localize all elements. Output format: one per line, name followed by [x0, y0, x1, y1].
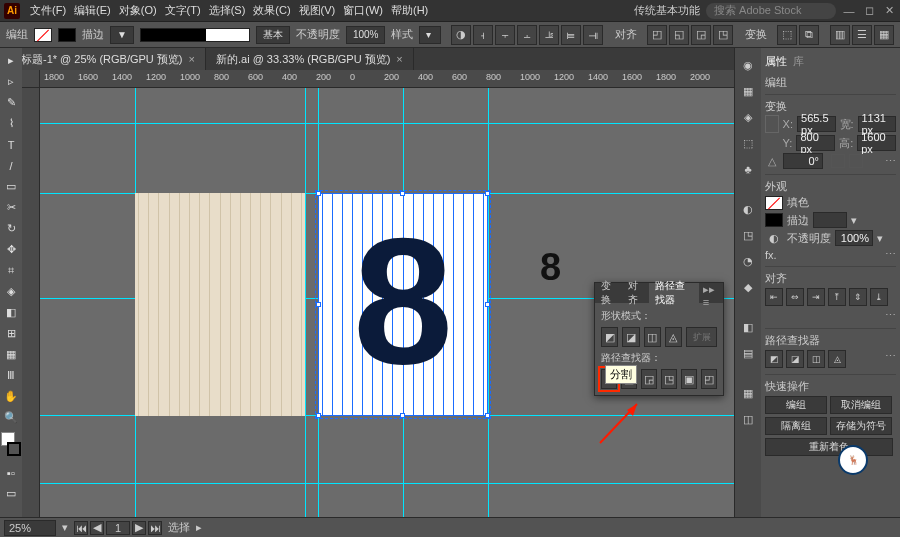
tab-align[interactable]: 对齐	[622, 283, 649, 303]
selection-handle[interactable]	[485, 413, 490, 418]
crop-icon[interactable]: ◳	[661, 369, 677, 389]
hand-tool[interactable]: ✋	[0, 386, 22, 407]
minimize-icon[interactable]: —	[842, 4, 856, 18]
flip-h-icon[interactable]	[831, 154, 845, 168]
guide-horizontal[interactable]	[40, 483, 734, 484]
fill-swatch[interactable]	[34, 28, 52, 42]
shape-builder-tool[interactable]: ◈	[0, 281, 22, 302]
artboards-panel-icon[interactable]: ▦	[739, 384, 757, 402]
x-input[interactable]: 565.5 px	[797, 116, 835, 132]
artboard-2-selected[interactable]: 8	[318, 193, 488, 416]
menu-view[interactable]: 视图(V)	[295, 3, 340, 18]
isolate-button[interactable]: 隔离组	[765, 417, 827, 435]
align-icon-5[interactable]: ⫢	[561, 25, 581, 45]
align-vcenter-icon[interactable]: ⇕	[849, 288, 867, 306]
artboard-1[interactable]	[135, 193, 305, 416]
unite-icon[interactable]: ◩	[601, 327, 618, 347]
menu-select[interactable]: 选择(S)	[205, 3, 250, 18]
stroke-panel-icon[interactable]: ◐	[739, 200, 757, 218]
first-artboard-icon[interactable]: ⏮	[74, 521, 88, 535]
h-input[interactable]: 1600 px	[857, 135, 896, 151]
guide-horizontal[interactable]	[40, 123, 734, 124]
align-icon-3[interactable]: ⫠	[517, 25, 537, 45]
swatches-panel-icon[interactable]: ▦	[739, 82, 757, 100]
document-tab-2[interactable]: 新的.ai @ 33.33% (RGB/GPU 预览) ×	[206, 48, 414, 70]
brushes-panel-icon[interactable]: ◈	[739, 108, 757, 126]
opacity-select[interactable]: 100%	[346, 26, 386, 44]
curvature-tool[interactable]: ⌇	[0, 113, 22, 134]
artwork-small-8[interactable]: 8	[540, 246, 561, 289]
close-tab-icon[interactable]: ×	[396, 53, 402, 65]
more-options-icon[interactable]: ⋯	[885, 155, 896, 168]
width-tool[interactable]: ⌗	[0, 260, 22, 281]
graphic-style-select[interactable]: ▾	[419, 26, 441, 44]
menu-file[interactable]: 文件(F)	[26, 3, 70, 18]
selection-handle[interactable]	[485, 302, 490, 307]
pathfinder-icon-1[interactable]: ◰	[647, 25, 667, 45]
screen-mode-icon[interactable]: ▭	[0, 483, 22, 504]
pathfinder-icon-3[interactable]: ◲	[691, 25, 711, 45]
mesh-tool[interactable]: ⊞	[0, 323, 22, 344]
angle-input[interactable]: 0°	[783, 153, 823, 169]
exclude-icon[interactable]: ◬	[665, 327, 682, 347]
line-tool[interactable]: /	[0, 155, 22, 176]
asset-export-panel-icon[interactable]: ▤	[739, 344, 757, 362]
panel-menu-icon[interactable]: ▸▸ ≡	[699, 283, 723, 303]
minus-front-icon[interactable]: ◪	[622, 327, 639, 347]
close-tab-icon[interactable]: ×	[189, 53, 195, 65]
color-mode-icon[interactable]: ▪▫	[0, 462, 22, 483]
column-graph-tool[interactable]: Ⅲ	[0, 365, 22, 386]
symbols2-panel-icon[interactable]: ♣	[739, 160, 757, 178]
isolate-icon[interactable]: ⬚	[777, 25, 797, 45]
merge-icon[interactable]: ◲	[641, 369, 657, 389]
zoom-dropdown-icon[interactable]: ▾	[62, 521, 68, 534]
brush-style-select[interactable]: 基本	[256, 26, 290, 44]
outline-icon[interactable]: ▣	[681, 369, 697, 389]
align-icon-2[interactable]: ⫟	[495, 25, 515, 45]
expand-button[interactable]: 扩展	[686, 327, 717, 347]
opacity-stepper-icon[interactable]: ▾	[877, 232, 883, 245]
more-options-icon[interactable]: ⋯	[885, 248, 896, 261]
selection-handle[interactable]	[400, 413, 405, 418]
prev-artboard-icon[interactable]: ◀	[90, 521, 104, 535]
transparency-panel-icon[interactable]: ◔	[739, 252, 757, 270]
pen-tool[interactable]: ✎	[0, 92, 22, 113]
more-options-icon[interactable]: ⋯	[885, 309, 896, 322]
more-options-icon[interactable]: ⋯	[885, 350, 896, 368]
search-input[interactable]: 搜索 Adobe Stock	[706, 3, 836, 19]
menu-edit[interactable]: 编辑(E)	[70, 3, 115, 18]
fill-swatch[interactable]	[765, 196, 783, 210]
align-icon-4[interactable]: ⫡	[539, 25, 559, 45]
w-input[interactable]: 1131 px	[858, 116, 896, 132]
opacity-input[interactable]: 100%	[835, 230, 873, 246]
ungroup-button[interactable]: 取消编组	[830, 396, 892, 414]
align-link-label[interactable]: 对齐	[615, 27, 637, 42]
intersect-icon[interactable]: ◫	[644, 327, 661, 347]
stroke-weight-stepper-icon[interactable]: ▾	[851, 214, 857, 227]
last-artboard-icon[interactable]: ⏭	[148, 521, 162, 535]
transform-link-label[interactable]: 变换	[745, 27, 767, 42]
workspace-switcher[interactable]: 传统基本功能	[634, 3, 700, 18]
document-tab-1[interactable]: 未标题-1* @ 25% (RGB/GPU 预览) ×	[0, 48, 206, 70]
flip-v-icon[interactable]	[849, 154, 863, 168]
align-top-icon[interactable]: ⤒	[828, 288, 846, 306]
pathfinder-icon-4[interactable]: ◳	[713, 25, 733, 45]
layers-panel-icon[interactable]: ◧	[739, 318, 757, 336]
scissors-tool[interactable]: ✂	[0, 197, 22, 218]
close-icon[interactable]: ✕	[882, 4, 896, 18]
gradient-panel-icon[interactable]: ◳	[739, 226, 757, 244]
arrange-icon[interactable]: ▦	[874, 25, 894, 45]
fx-label[interactable]: fx.	[765, 249, 777, 261]
appearance-panel-icon[interactable]: ◆	[739, 278, 757, 296]
menu-window[interactable]: 窗口(W)	[339, 3, 387, 18]
menu-help[interactable]: 帮助(H)	[387, 3, 432, 18]
pathfinder-panel[interactable]: 变换 对齐 路径查找器 ▸▸ ≡ 形状模式： ◩ ◪ ◫ ◬ 扩展 路径查找器：…	[594, 282, 724, 396]
direct-selection-tool[interactable]: ▹	[0, 71, 22, 92]
menu-effect[interactable]: 效果(C)	[249, 3, 294, 18]
reference-point-icon[interactable]	[765, 115, 779, 133]
unite-icon[interactable]: ◩	[765, 350, 783, 368]
tab-transform[interactable]: 变换	[595, 283, 622, 303]
fill-stroke-control[interactable]	[1, 432, 21, 456]
align-left-icon[interactable]: ⇤	[765, 288, 783, 306]
save-as-symbol-button[interactable]: 存储为符号	[830, 417, 892, 435]
